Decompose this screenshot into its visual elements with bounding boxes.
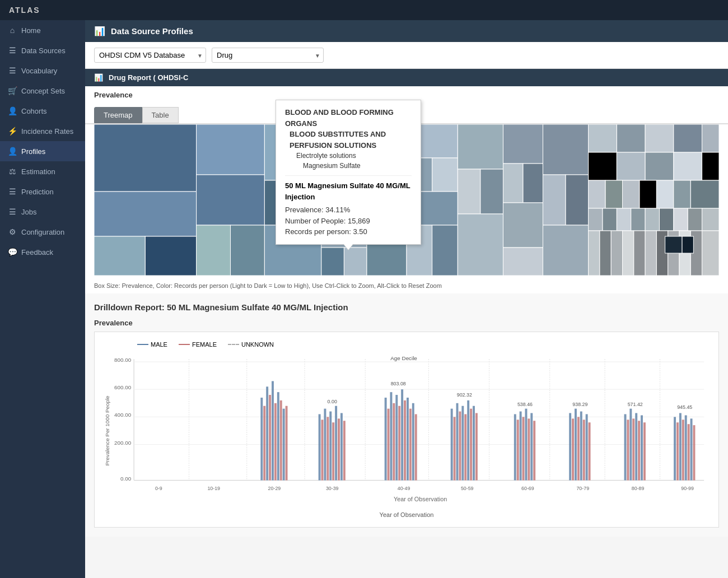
svg-rect-66	[600, 231, 611, 276]
sidebar-label-vocabulary: Vocabulary	[21, 67, 57, 75]
svg-rect-156	[572, 418, 574, 480]
svg-rect-147	[520, 412, 522, 481]
svg-rect-166	[627, 419, 629, 480]
svg-text:902.32: 902.32	[457, 392, 472, 398]
svg-text:70-79: 70-79	[576, 486, 589, 491]
svg-rect-103	[283, 409, 285, 481]
feedback-icon: 💬	[8, 248, 17, 257]
bar-chart[interactable]: 800.00 600.00 400.00 200.00 0.00 Prevale…	[104, 352, 710, 509]
svg-rect-0	[94, 124, 197, 192]
sidebar-item-profiles[interactable]: 👤 Profiles	[0, 141, 85, 161]
svg-rect-57	[603, 208, 617, 231]
svg-rect-138	[464, 414, 466, 480]
svg-rect-36	[543, 175, 566, 225]
sidebar-label-cohorts: Cohorts	[21, 107, 47, 115]
svg-rect-30	[503, 124, 543, 164]
sidebar-label-incidence-rates: Incidence Rates	[21, 127, 73, 136]
content-area: OHDSI CDM V5 Database Drug Condition Pro…	[85, 42, 728, 578]
sidebar-label-feedback: Feedback	[21, 248, 53, 257]
sidebar-item-vocabulary[interactable]: ☰ Vocabulary	[0, 60, 85, 81]
database-select[interactable]: OHDSI CDM V5 Database	[94, 48, 206, 63]
sidebar-item-incidence-rates[interactable]: ⚡ Incidence Rates	[0, 121, 85, 141]
sidebar-item-data-sources[interactable]: ☰ Data Sources	[0, 40, 85, 60]
bar-chart-container: MALE FEMALE UNKNOWN	[94, 332, 719, 528]
svg-rect-121	[390, 392, 392, 480]
svg-rect-33	[503, 203, 543, 248]
tab-table[interactable]: Table	[142, 107, 179, 123]
sidebar-item-feedback[interactable]: 💬 Feedback	[0, 242, 85, 262]
svg-rect-3	[145, 236, 196, 276]
drilldown-prevalence-label: Prevalence	[94, 319, 719, 327]
svg-rect-167	[629, 409, 632, 481]
incidence-rates-icon: ⚡	[8, 127, 17, 136]
svg-rect-4	[197, 124, 265, 175]
sidebar-item-estimation[interactable]: ⚖ Estimation	[0, 161, 85, 181]
svg-rect-68	[623, 231, 634, 276]
svg-rect-5	[197, 175, 265, 225]
sidebar-item-jobs[interactable]: ☰ Jobs	[0, 202, 85, 222]
sidebar-item-prediction[interactable]: ☰ Prediction	[0, 181, 85, 202]
svg-rect-120	[388, 409, 390, 481]
svg-rect-28	[480, 169, 503, 214]
svg-rect-126	[404, 400, 406, 481]
svg-text:30-39: 30-39	[326, 486, 339, 491]
svg-rect-79	[682, 236, 693, 253]
estimation-icon: ⚖	[8, 167, 17, 176]
svg-rect-25	[432, 225, 458, 276]
sidebar-label-jobs: Jobs	[21, 208, 36, 216]
controls-bar: OHDSI CDM V5 Database Drug Condition Pro…	[85, 42, 728, 69]
tab-treemap[interactable]: Treemap	[94, 107, 142, 123]
tooltip-level3: Electrolyte solutions	[285, 151, 412, 161]
svg-rect-155	[569, 413, 571, 481]
jobs-icon: ☰	[8, 207, 17, 216]
bar-chart-svg: 800.00 600.00 400.00 200.00 0.00 Prevale…	[104, 352, 710, 509]
svg-rect-162	[589, 422, 591, 480]
svg-text:10-19: 10-19	[207, 486, 220, 491]
svg-rect-70	[645, 231, 656, 276]
unknown-legend-dot	[228, 344, 239, 345]
svg-rect-6	[197, 225, 231, 276]
tooltip-level2: BLOOD SUBSTITUTES AND PERFUSION SOLUTION…	[285, 129, 412, 151]
svg-text:0-9: 0-9	[155, 486, 162, 491]
report-type-select-wrapper: Drug Condition Procedure	[212, 48, 324, 63]
svg-text:538.46: 538.46	[517, 402, 533, 407]
legend-unknown: UNKNOWN	[228, 341, 274, 348]
svg-rect-129	[412, 403, 414, 481]
svg-rect-56	[589, 208, 603, 231]
tooltip-pointer	[344, 244, 353, 250]
prediction-icon: ☰	[8, 187, 17, 196]
svg-rect-7	[230, 225, 264, 276]
svg-rect-110	[329, 412, 332, 481]
app-title: ATLAS	[9, 6, 40, 15]
svg-rect-161	[586, 414, 588, 480]
svg-rect-38	[543, 225, 588, 276]
tooltip-records-per-person: Records per person: 3.50	[285, 226, 412, 237]
svg-rect-15	[344, 248, 367, 276]
svg-rect-134	[454, 417, 456, 480]
svg-text:800.00: 800.00	[114, 357, 132, 363]
svg-rect-51	[623, 180, 640, 208]
svg-rect-54	[674, 180, 690, 208]
sidebar-item-configuration[interactable]: ⚙ Configuration	[0, 222, 85, 242]
svg-rect-26	[458, 124, 503, 169]
sidebar-item-cohorts[interactable]: 👤 Cohorts	[0, 101, 85, 121]
svg-rect-1	[94, 192, 197, 236]
svg-rect-152	[533, 421, 535, 480]
svg-rect-34	[503, 248, 543, 276]
svg-rect-64	[702, 208, 719, 231]
report-type-select[interactable]: Drug Condition Procedure	[212, 48, 324, 63]
svg-rect-169	[635, 413, 637, 481]
svg-rect-181	[690, 418, 693, 480]
profiles-icon: 👤	[8, 147, 17, 156]
svg-text:0.00: 0.00	[120, 476, 132, 482]
svg-text:600.00: 600.00	[114, 384, 132, 390]
sidebar-label-prediction: Prediction	[21, 188, 54, 196]
svg-rect-78	[665, 236, 682, 253]
svg-rect-95	[260, 398, 263, 481]
sidebar-item-concept-sets[interactable]: 🛒 Concept Sets	[0, 81, 85, 101]
svg-rect-59	[631, 208, 645, 231]
svg-text:80-89: 80-89	[632, 486, 645, 491]
svg-text:40-49: 40-49	[398, 486, 410, 491]
svg-rect-69	[634, 231, 645, 276]
sidebar-item-home[interactable]: ⌂ Home	[0, 20, 85, 40]
